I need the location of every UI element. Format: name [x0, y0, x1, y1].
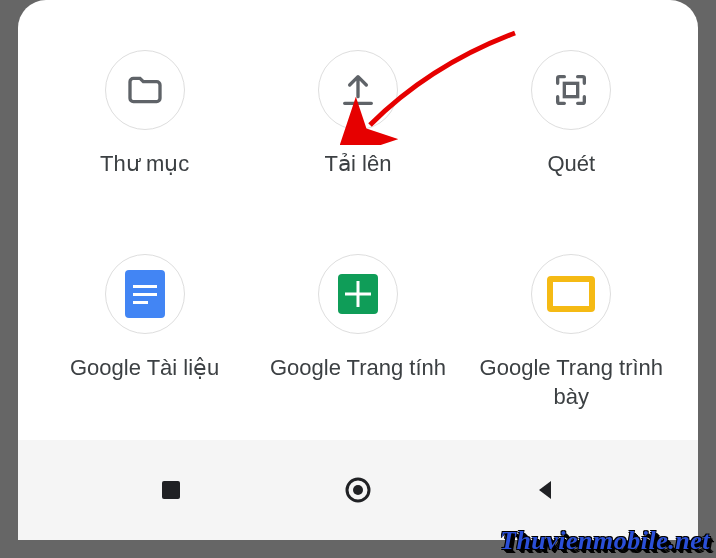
- option-label: Google Trang trình bày: [465, 354, 678, 411]
- watermark-text: Thuvienmobile.net: [500, 526, 710, 556]
- option-scan[interactable]: Quét: [465, 50, 678, 206]
- sheets-icon: [318, 254, 398, 334]
- create-new-bottom-sheet: Thư mục Tải lên Quét Google T: [18, 0, 698, 440]
- svg-rect-0: [565, 83, 578, 96]
- option-folder[interactable]: Thư mục: [38, 50, 251, 206]
- option-upload[interactable]: Tải lên: [251, 50, 464, 206]
- svg-point-3: [353, 485, 363, 495]
- option-google-sheets[interactable]: Google Trang tính: [251, 254, 464, 411]
- android-nav-bar: [18, 440, 698, 540]
- folder-icon: [105, 50, 185, 130]
- option-google-docs[interactable]: Google Tài liệu: [38, 254, 251, 411]
- nav-recent-button[interactable]: [141, 460, 201, 520]
- nav-back-button[interactable]: [515, 460, 575, 520]
- svg-rect-1: [162, 481, 180, 499]
- option-label: Google Trang tính: [270, 354, 446, 410]
- option-google-slides[interactable]: Google Trang trình bày: [465, 254, 678, 411]
- scan-icon: [531, 50, 611, 130]
- nav-home-button[interactable]: [328, 460, 388, 520]
- option-label: Thư mục: [100, 150, 189, 206]
- option-label: Quét: [547, 150, 595, 206]
- option-label: Google Tài liệu: [70, 354, 219, 410]
- docs-icon: [105, 254, 185, 334]
- option-label: Tải lên: [325, 150, 392, 206]
- slides-icon: [531, 254, 611, 334]
- upload-icon: [318, 50, 398, 130]
- options-grid: Thư mục Tải lên Quét Google T: [38, 50, 678, 411]
